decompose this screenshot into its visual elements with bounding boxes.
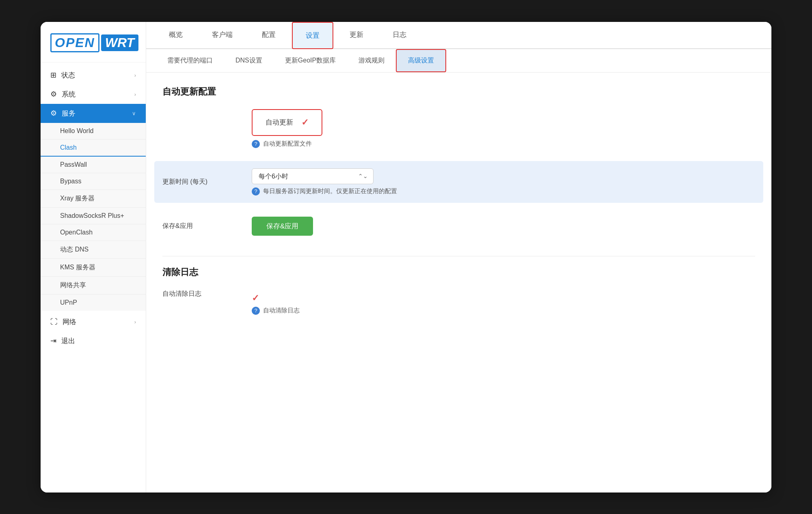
chevron-right-icon: › bbox=[134, 319, 136, 325]
subtab-advanced[interactable]: 高级设置 bbox=[396, 49, 446, 72]
tab-clients[interactable]: 客户端 bbox=[199, 22, 246, 49]
subnav-item-hello-world[interactable]: Hello World bbox=[41, 123, 146, 140]
logo-wrt: WRT bbox=[101, 34, 138, 51]
checkmark2-icon: ✓ bbox=[252, 293, 259, 303]
auto-clear-log-label: 自动清除日志 bbox=[162, 290, 201, 297]
subtab-dns-settings[interactable]: DNS设置 bbox=[224, 50, 274, 71]
sidebar-item-label: 状态 bbox=[61, 71, 130, 80]
auto-update-hint: 自动更新配置文件 bbox=[263, 140, 312, 148]
sidebar-item-label: 服务 bbox=[62, 109, 127, 118]
tab-settings[interactable]: 设置 bbox=[292, 22, 333, 49]
chevron-right-icon: › bbox=[134, 72, 136, 78]
sidebar-item-system[interactable]: ⚙ 系统 › bbox=[41, 85, 146, 104]
update-interval-control: 每个1小时 每个2小时 每个3小时 每个6小时 每个12小时 每个24小时 ⌃⌄… bbox=[252, 168, 755, 196]
subnav-item-dynamic-dns[interactable]: 动态 DNS bbox=[41, 241, 146, 259]
subnav-item-bypass[interactable]: Bypass bbox=[41, 173, 146, 190]
section-divider bbox=[162, 256, 755, 256]
logo-open: OPEN bbox=[50, 33, 99, 52]
sidebar: OPEN WRT ⊞ 状态 › ⚙ 系统 › ⚙ 服务 ∨ Hello W bbox=[41, 22, 146, 492]
auto-update-checkbox-row[interactable]: 自动更新 ✓ bbox=[252, 109, 322, 136]
sidebar-item-label: 退出 bbox=[61, 336, 136, 346]
auto-update-label: 自动更新 bbox=[266, 118, 293, 127]
save-apply-row: 保存&应用 保存&应用 bbox=[162, 209, 755, 243]
auto-clear-log-hint: 自动清除日志 bbox=[263, 307, 300, 314]
info-icon: ? bbox=[252, 307, 260, 315]
auto-update-hint-row: ? 自动更新配置文件 bbox=[252, 140, 322, 148]
main-content: 概览 客户端 配置 设置 更新 日志 需要代理的端口 DNS设置 更新GeoIP… bbox=[146, 22, 771, 492]
subnav-item-openclash[interactable]: OpenClash bbox=[41, 224, 146, 241]
subnav-item-kms[interactable]: KMS 服务器 bbox=[41, 259, 146, 277]
tab-update[interactable]: 更新 bbox=[337, 22, 376, 49]
update-interval-hint: 每日服务器订阅更新时间。仅更新正在使用的配置 bbox=[263, 187, 397, 195]
status-icon: ⊞ bbox=[50, 71, 56, 80]
logout-icon: ⇥ bbox=[50, 336, 56, 345]
update-interval-select-wrapper: 每个1小时 每个2小时 每个3小时 每个6小时 每个12小时 每个24小时 ⌃⌄ bbox=[252, 168, 374, 184]
logo: OPEN WRT bbox=[50, 33, 136, 52]
network-icon: ⛶ bbox=[50, 318, 58, 326]
subnav-item-upnp[interactable]: UPnP bbox=[41, 295, 146, 311]
subnav-item-passwall[interactable]: PassWall bbox=[41, 157, 146, 173]
subnav-item-shadowsocksr[interactable]: ShadowSocksR Plus+ bbox=[41, 208, 146, 224]
sidebar-item-label: 网络 bbox=[63, 317, 130, 327]
tab-config[interactable]: 配置 bbox=[249, 22, 289, 49]
update-interval-row: 更新时间 (每天) 每个1小时 每个2小时 每个3小时 每个6小时 每个12小时… bbox=[154, 161, 763, 203]
sidebar-item-status[interactable]: ⊞ 状态 › bbox=[41, 66, 146, 85]
tab-logs[interactable]: 日志 bbox=[380, 22, 419, 49]
top-tab-bar: 概览 客户端 配置 设置 更新 日志 bbox=[146, 22, 771, 49]
update-interval-hint-row: ? 每日服务器订阅更新时间。仅更新正在使用的配置 bbox=[252, 187, 755, 196]
subtab-proxy-ports[interactable]: 需要代理的端口 bbox=[156, 50, 224, 71]
subnav-item-clash[interactable]: Clash bbox=[41, 140, 146, 157]
sub-tab-bar: 需要代理的端口 DNS设置 更新GeoIP数据库 游戏规则 高级设置 bbox=[146, 49, 771, 73]
subtab-game-rules[interactable]: 游戏规则 bbox=[347, 50, 396, 71]
sidebar-item-services[interactable]: ⚙ 服务 ∨ bbox=[41, 104, 146, 123]
chevron-down-icon: ∨ bbox=[132, 110, 136, 116]
section2-title: 清除日志 bbox=[162, 266, 755, 278]
chevron-right-icon: › bbox=[134, 91, 136, 97]
save-apply-button[interactable]: 保存&应用 bbox=[252, 217, 313, 236]
save-apply-label: 保存&应用 bbox=[162, 222, 252, 230]
auto-clear-log-hint-row: ? 自动清除日志 bbox=[252, 307, 300, 315]
subnav-item-network-share[interactable]: 网络共享 bbox=[41, 277, 146, 295]
update-interval-label: 更新时间 (每天) bbox=[162, 178, 252, 186]
content-body: 自动更新配置 自动更新 ✓ ? 自动更新配置文件 更新时间 (每天) bbox=[146, 73, 771, 492]
update-interval-select[interactable]: 每个1小时 每个2小时 每个3小时 每个6小时 每个12小时 每个24小时 bbox=[252, 168, 374, 184]
sidebar-item-network[interactable]: ⛶ 网络 › bbox=[41, 312, 146, 331]
nav-section: ⊞ 状态 › ⚙ 系统 › ⚙ 服务 ∨ Hello World Clash P… bbox=[41, 62, 146, 354]
sidebar-item-logout[interactable]: ⇥ 退出 bbox=[41, 331, 146, 351]
subnav-item-xray[interactable]: Xray 服务器 bbox=[41, 190, 146, 208]
sidebar-item-label: 系统 bbox=[62, 90, 130, 99]
subnav: Hello World Clash PassWall Bypass Xray 服… bbox=[41, 123, 146, 311]
info-icon: ? bbox=[252, 187, 260, 196]
tab-overview[interactable]: 概览 bbox=[156, 22, 196, 49]
services-icon: ⚙ bbox=[50, 109, 57, 118]
save-apply-control: 保存&应用 bbox=[252, 217, 755, 236]
section1-title: 自动更新配置 bbox=[162, 86, 755, 98]
system-icon: ⚙ bbox=[50, 90, 57, 99]
logo-area: OPEN WRT bbox=[41, 22, 146, 62]
info-icon: ? bbox=[252, 140, 260, 148]
subtab-update-geoip[interactable]: 更新GeoIP数据库 bbox=[274, 50, 347, 71]
checkmark-icon: ✓ bbox=[301, 117, 309, 128]
app-container: OPEN WRT ⊞ 状态 › ⚙ 系统 › ⚙ 服务 ∨ Hello W bbox=[41, 22, 771, 492]
